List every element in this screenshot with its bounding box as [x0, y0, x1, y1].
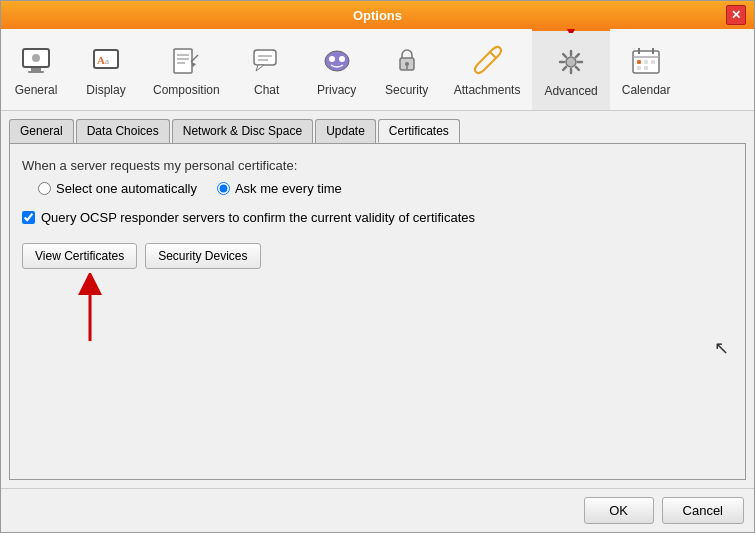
- svg-rect-13: [254, 50, 276, 65]
- close-button[interactable]: ✕: [726, 5, 746, 25]
- general-icon: [18, 43, 54, 79]
- toolbar-item-display[interactable]: A a Display: [71, 29, 141, 110]
- server-request-label: When a server requests my personal certi…: [22, 158, 733, 173]
- tab-general[interactable]: General: [9, 119, 74, 143]
- window-title: Options: [29, 8, 726, 23]
- composition-label: Composition: [153, 83, 220, 97]
- composition-icon: [168, 43, 204, 79]
- svg-line-31: [563, 66, 566, 69]
- tabs-bar: General Data Choices Network & Disc Spac…: [9, 119, 746, 143]
- radio-auto[interactable]: Select one automatically: [38, 181, 197, 196]
- cert-button-row: View Certificates Security Devices: [22, 243, 733, 269]
- content-area: General Data Choices Network & Disc Spac…: [1, 111, 754, 488]
- svg-point-18: [329, 56, 335, 62]
- svg-marker-14: [256, 65, 264, 71]
- advanced-icon: [553, 44, 589, 80]
- tab-network-disc-space[interactable]: Network & Disc Space: [172, 119, 313, 143]
- radio-ask[interactable]: Ask me every time: [217, 181, 342, 196]
- attachments-label: Attachments: [454, 83, 521, 97]
- security-label: Security: [385, 83, 428, 97]
- svg-rect-40: [651, 60, 655, 64]
- toolbar: General A a Display: [1, 29, 754, 111]
- display-icon: A a: [88, 43, 124, 79]
- svg-text:A: A: [97, 54, 105, 66]
- svg-point-19: [339, 56, 345, 62]
- ocsp-checkbox-row[interactable]: Query OCSP responder servers to confirm …: [22, 210, 733, 225]
- svg-rect-38: [637, 60, 641, 64]
- security-icon: [389, 43, 425, 79]
- svg-line-28: [563, 54, 566, 57]
- advanced-label: Advanced: [544, 84, 597, 98]
- radio-group: Select one automatically Ask me every ti…: [38, 181, 733, 196]
- svg-rect-1: [31, 68, 41, 71]
- toolbar-item-attachments[interactable]: Attachments: [442, 29, 533, 110]
- ok-button[interactable]: OK: [584, 497, 654, 524]
- ocsp-label: Query OCSP responder servers to confirm …: [41, 210, 475, 225]
- certificates-panel: When a server requests my personal certi…: [9, 143, 746, 480]
- calendar-label: Calendar: [622, 83, 671, 97]
- radio-ask-label: Ask me every time: [235, 181, 342, 196]
- toolbar-item-composition[interactable]: Composition: [141, 29, 232, 110]
- title-bar: Options ✕: [1, 1, 754, 29]
- toolbar-item-general[interactable]: General: [1, 29, 71, 110]
- toolbar-item-advanced[interactable]: Advanced: [532, 29, 609, 110]
- svg-line-30: [576, 54, 579, 57]
- svg-rect-7: [174, 49, 192, 73]
- toolbar-item-chat[interactable]: Chat: [232, 29, 302, 110]
- toolbar-item-calendar[interactable]: Calendar: [610, 29, 683, 110]
- svg-rect-39: [644, 60, 648, 64]
- svg-rect-42: [644, 66, 648, 70]
- view-certificates-button[interactable]: View Certificates: [22, 243, 137, 269]
- svg-point-3: [32, 54, 40, 62]
- chat-icon: [249, 43, 285, 79]
- toolbar-item-security[interactable]: Security: [372, 29, 442, 110]
- security-devices-button[interactable]: Security Devices: [145, 243, 260, 269]
- svg-point-21: [405, 62, 409, 66]
- radio-ask-input[interactable]: [217, 182, 230, 195]
- radio-auto-label: Select one automatically: [56, 181, 197, 196]
- privacy-icon: [319, 43, 355, 79]
- svg-rect-2: [28, 71, 44, 73]
- cursor-indicator: ↖: [714, 337, 729, 359]
- ocsp-section: Query OCSP responder servers to confirm …: [22, 210, 733, 225]
- display-label: Display: [86, 83, 125, 97]
- attachments-icon: [469, 43, 505, 79]
- svg-point-17: [325, 51, 349, 71]
- calendar-icon: [628, 43, 664, 79]
- tab-update[interactable]: Update: [315, 119, 376, 143]
- svg-rect-41: [637, 66, 641, 70]
- toolbar-item-privacy[interactable]: Privacy: [302, 29, 372, 110]
- tab-data-choices[interactable]: Data Choices: [76, 119, 170, 143]
- cancel-button[interactable]: Cancel: [662, 497, 744, 524]
- radio-auto-input[interactable]: [38, 182, 51, 195]
- privacy-label: Privacy: [317, 83, 356, 97]
- general-label: General: [15, 83, 58, 97]
- options-window: Options ✕ General A a: [0, 0, 755, 533]
- svg-line-29: [576, 66, 579, 69]
- svg-text:a: a: [105, 56, 109, 66]
- server-cert-section: When a server requests my personal certi…: [22, 158, 733, 196]
- svg-point-23: [566, 57, 576, 67]
- bottom-bar: OK Cancel: [1, 488, 754, 532]
- chat-label: Chat: [254, 83, 279, 97]
- tab-certificates[interactable]: Certificates: [378, 119, 460, 143]
- ocsp-checkbox[interactable]: [22, 211, 35, 224]
